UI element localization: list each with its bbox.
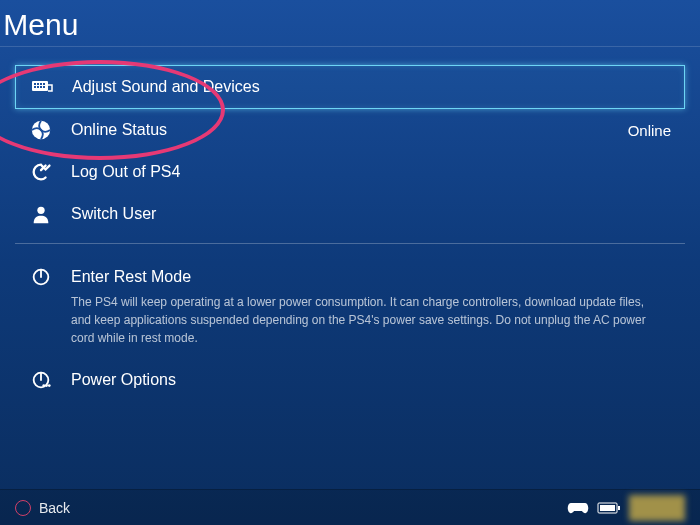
svg-point-15 [45,384,48,387]
online-status-value: Online [628,122,671,139]
svg-point-16 [48,384,51,387]
menu-item-rest-mode[interactable]: Enter Rest Mode The PS4 will keep operat… [15,256,685,359]
menu-item-logout[interactable]: Log Out of PS4 [15,151,685,193]
battery-icon [597,502,621,514]
footer-back[interactable]: Back [15,500,70,516]
menu-item-power-options[interactable]: Power Options [15,359,685,401]
menu-label: Switch User [71,205,671,223]
controller-icon [567,501,589,515]
circle-button-icon [15,500,31,516]
power-options-icon [29,368,53,392]
menu-label: Log Out of PS4 [71,163,671,181]
globe-icon [29,118,53,142]
svg-rect-8 [43,86,45,88]
quick-menu: Adjust Sound and Devices Online Status O… [0,47,700,235]
svg-rect-6 [37,86,39,88]
svg-rect-2 [37,83,39,85]
menu-item-switch-user[interactable]: Switch User [15,193,685,235]
svg-rect-7 [40,86,42,88]
menu-divider [15,243,685,244]
power-icon [29,265,53,289]
svg-point-17 [42,384,45,387]
header: k Menu [0,0,700,47]
keyboard-devices-icon [30,75,54,99]
menu-label: Adjust Sound and Devices [72,78,670,96]
user-avatar[interactable] [629,495,685,521]
page-title: k Menu [0,8,700,42]
footer-bar: Back [0,489,700,525]
svg-rect-5 [34,86,36,88]
menu-label: Online Status [71,121,628,139]
menu-label: Power Options [71,371,671,389]
menu-label: Enter Rest Mode [71,268,671,286]
menu-item-online-status[interactable]: Online Status Online [15,109,685,151]
power-menu: Enter Rest Mode The PS4 will keep operat… [0,252,700,401]
menu-item-adjust-sound-devices[interactable]: Adjust Sound and Devices [15,65,685,109]
svg-rect-19 [618,506,620,510]
svg-point-10 [37,207,44,214]
logout-icon [29,160,53,184]
svg-rect-1 [34,83,36,85]
rest-mode-description: The PS4 will keep operating at a lower p… [29,293,671,347]
svg-rect-4 [43,83,45,85]
svg-rect-20 [600,505,615,511]
svg-rect-3 [40,83,42,85]
footer-status [567,495,685,521]
back-label: Back [39,500,70,516]
user-icon [29,202,53,226]
